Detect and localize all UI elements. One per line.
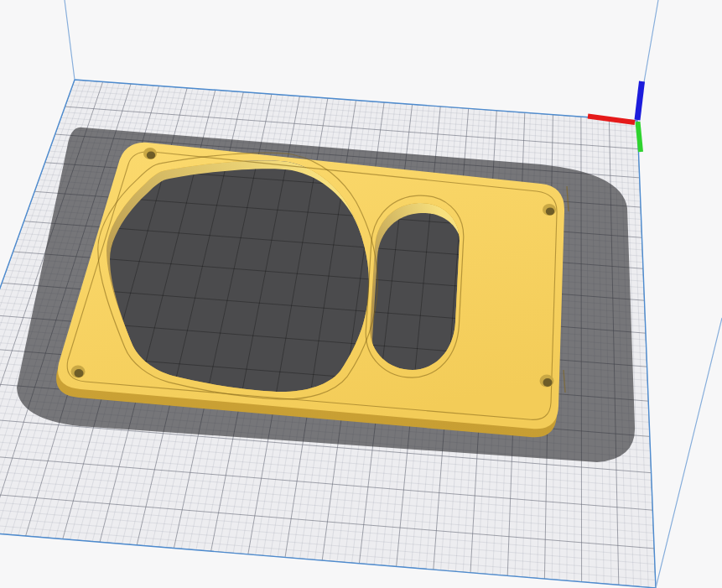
screw-hole-bottom-right	[540, 375, 554, 388]
screw-hole-pit	[147, 151, 155, 159]
screw-hole-top-right	[543, 204, 556, 216]
screw-hole-pit	[546, 207, 554, 215]
screw-hole-pit	[543, 378, 553, 387]
y-axis-icon	[638, 122, 641, 152]
screw-hole-top-left	[143, 148, 157, 159]
slicer-3d-viewport[interactable]	[0, 0, 722, 588]
slicer-stage	[0, 0, 722, 588]
screw-hole-pit	[75, 369, 84, 377]
screw-hole-bottom-left	[71, 366, 86, 378]
